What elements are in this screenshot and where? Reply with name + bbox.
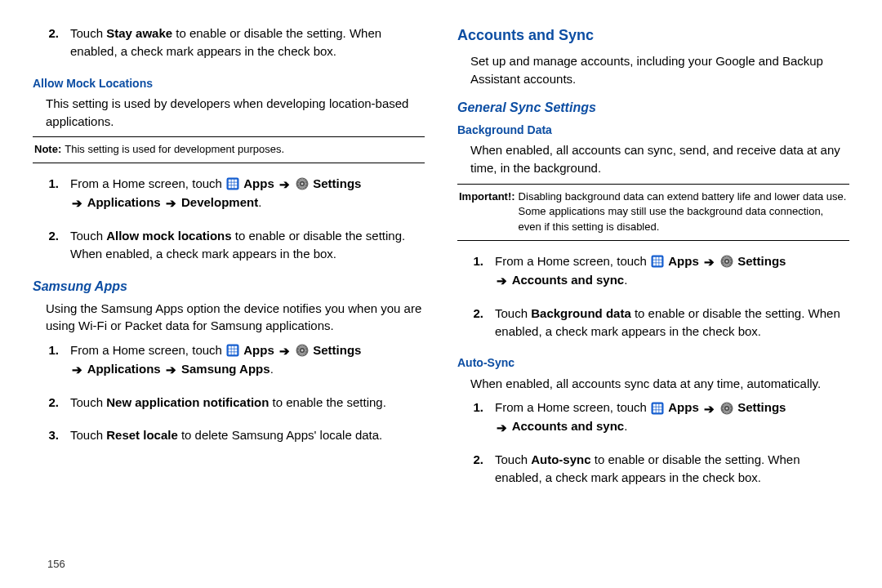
arrow-icon: ➔ (70, 194, 84, 212)
step-number: 2. (457, 451, 495, 487)
arrow-icon: ➔ (702, 253, 716, 271)
step-text: From a Home screen, touch Apps ➔ Setting… (495, 399, 849, 436)
gear-icon (719, 254, 734, 269)
step-text: Touch Background data to enable or disab… (495, 305, 849, 341)
note-text: This setting is used for development pur… (65, 142, 284, 158)
step-number: 3. (33, 426, 70, 444)
arrow-icon: ➔ (495, 419, 509, 437)
gear-icon (295, 176, 310, 191)
page-number: 156 (47, 558, 65, 570)
step-text: From a Home screen, touch Apps ➔ Setting… (70, 341, 425, 379)
note-label: Note: (34, 142, 61, 158)
important-label: Important!: (459, 189, 515, 236)
step-number: 2. (33, 24, 70, 60)
important-block: Important!: Disabling background data ca… (457, 184, 849, 242)
step-number: 1. (33, 341, 70, 379)
arrow-icon: ➔ (164, 361, 178, 379)
arrow-icon: ➔ (278, 342, 292, 360)
gear-icon (719, 401, 734, 416)
important-text: Disabling background data can extend bat… (519, 189, 848, 236)
apps-icon (225, 176, 240, 191)
heading-samsung-apps: Samsung Apps (33, 277, 425, 296)
step-number: 2. (457, 305, 495, 341)
gear-icon (295, 343, 310, 358)
arrow-icon: ➔ (495, 272, 509, 290)
step-number: 2. (33, 227, 70, 263)
arrow-icon: ➔ (702, 400, 716, 418)
step-number: 2. (33, 394, 70, 412)
step-number: 1. (457, 252, 495, 290)
heading-general-sync-settings: General Sync Settings (457, 98, 849, 117)
arrow-icon: ➔ (278, 176, 292, 194)
apps-icon (225, 343, 240, 358)
arrow-icon: ➔ (70, 361, 84, 379)
step-number: 1. (33, 175, 70, 212)
step-text: Touch Allow mock locations to enable or … (70, 227, 425, 263)
step-text: From a Home screen, touch Apps ➔ Setting… (70, 175, 425, 212)
paragraph: This setting is used by developers when … (46, 95, 425, 131)
step-number: 1. (457, 399, 495, 436)
paragraph: When enabled, all accounts can sync, sen… (470, 141, 849, 177)
step-text: Touch Stay awake to enable or disable th… (70, 24, 425, 60)
paragraph: Set up and manage accounts, including yo… (470, 52, 849, 88)
step-text: Touch New application notification to en… (70, 394, 425, 412)
note-block: Note: This setting is used for developme… (33, 136, 425, 163)
step-text: Touch Auto-sync to enable or disable the… (495, 451, 849, 487)
heading-auto-sync: Auto-Sync (457, 354, 849, 371)
paragraph: Using the Samsung Apps option the device… (46, 300, 425, 336)
apps-icon (650, 401, 665, 416)
heading-background-data: Background Data (457, 122, 849, 138)
heading-allow-mock-locations: Allow Mock Locations (33, 75, 425, 91)
paragraph: When enabled, all accounts sync data at … (470, 375, 849, 393)
apps-icon (650, 254, 665, 269)
step-text: From a Home screen, touch Apps ➔ Setting… (495, 252, 849, 290)
step-text: Touch Reset locale to delete Samsung App… (70, 426, 425, 444)
right-column: Accounts and Sync Set up and manage acco… (457, 20, 849, 580)
left-column: 2. Touch Stay awake to enable or disable… (33, 20, 425, 580)
heading-accounts-and-sync: Accounts and Sync (457, 24, 849, 46)
arrow-icon: ➔ (164, 194, 178, 212)
